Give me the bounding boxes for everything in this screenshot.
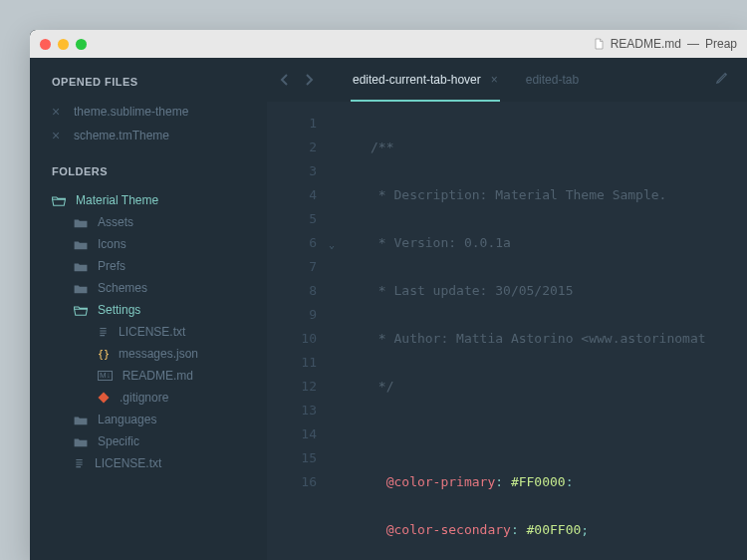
- line-number: 5: [267, 207, 317, 231]
- close-icon[interactable]: ×: [52, 105, 62, 119]
- line-number: 7: [267, 255, 317, 279]
- title-app: Preap: [705, 37, 737, 51]
- tree-label: LICENSE.txt: [95, 456, 161, 470]
- tree-label: Languages: [98, 413, 156, 426]
- tree-label: README.md: [123, 369, 193, 383]
- tab-inactive[interactable]: edited-tab: [512, 58, 593, 102]
- tree-label: messages.json: [119, 347, 198, 361]
- titlebar: README.md — Preap: [30, 30, 747, 58]
- tab-active[interactable]: edited-current-tab-hover ×: [339, 58, 512, 102]
- editor-window: README.md — Preap OPENED FILES × theme.s…: [30, 30, 747, 560]
- folders-header: FOLDERS: [30, 165, 267, 189]
- line-number: 16: [267, 470, 317, 494]
- edit-button[interactable]: [715, 71, 739, 89]
- tree-label: Schemes: [98, 281, 147, 295]
- folder-icon: [74, 415, 88, 425]
- tree-file[interactable]: {} messages.json: [30, 343, 267, 365]
- markdown-file-icon: M↓: [98, 371, 113, 381]
- text-file-icon: [98, 326, 109, 339]
- tree-folder[interactable]: Icons: [30, 233, 267, 255]
- json-file-icon: {}: [98, 349, 109, 360]
- tree-file[interactable]: .gitignore: [30, 387, 267, 409]
- window-title: README.md — Preap: [593, 30, 737, 58]
- zoom-window-button[interactable]: [76, 39, 87, 50]
- editor-topbar: edited-current-tab-hover × edited-tab: [267, 58, 747, 102]
- tree-label: Icons: [98, 237, 126, 251]
- line-number: ▸▸ 11: [267, 351, 317, 375]
- tab-label: edited-tab: [526, 73, 579, 87]
- line-number: 9: [267, 303, 317, 327]
- line-number: 8: [267, 279, 317, 303]
- tree-file[interactable]: M↓ README.md: [30, 365, 267, 387]
- tree-file[interactable]: LICENSE.txt: [30, 321, 267, 343]
- minimize-window-button[interactable]: [58, 39, 69, 50]
- tree-root[interactable]: Material Theme: [30, 189, 267, 211]
- nav-forward-button[interactable]: [299, 70, 319, 90]
- folder-open-icon: [52, 195, 66, 206]
- fold-chevron-icon[interactable]: ⌄: [329, 233, 335, 257]
- line-number: 4: [267, 183, 317, 207]
- tree-label: Assets: [98, 215, 133, 229]
- opened-file-label: scheme.tmTheme: [74, 129, 169, 142]
- title-separator: —: [687, 37, 699, 51]
- tree-label: Prefs: [98, 259, 125, 273]
- title-filename: README.md: [611, 37, 681, 51]
- folder-icon: [74, 239, 88, 250]
- code-area[interactable]: 1 2 3 4 5 6⌄ 7 8 9 10 ▸▸ 11 12 13: [267, 102, 747, 560]
- window-controls: [40, 39, 87, 50]
- opened-files-header: OPENED FILES: [30, 76, 267, 100]
- tree-label: Settings: [98, 303, 140, 317]
- tree-folder-open[interactable]: Settings: [30, 299, 267, 321]
- line-number: 6⌄: [267, 231, 317, 255]
- line-number: 14: [267, 422, 317, 446]
- close-window-button[interactable]: [40, 39, 51, 50]
- tree-root-label: Material Theme: [76, 193, 158, 207]
- close-icon[interactable]: ×: [491, 73, 498, 87]
- folder-icon: [74, 436, 88, 447]
- folder-icon: [74, 283, 88, 294]
- tree-label: .gitignore: [120, 391, 168, 405]
- opened-file-item[interactable]: × theme.sublime-theme: [30, 100, 267, 124]
- line-number: 2: [267, 136, 317, 159]
- gutter: 1 2 3 4 5 6⌄ 7 8 9 10 ▸▸ 11 12 13: [267, 112, 331, 560]
- opened-file-label: theme.sublime-theme: [74, 105, 188, 119]
- tree-folder[interactable]: Specific: [30, 430, 267, 452]
- folder-icon: [74, 261, 88, 272]
- tree-folder[interactable]: Languages: [30, 409, 267, 430]
- code-content[interactable]: /** * Description: Material Theme Sample…: [331, 112, 747, 560]
- tabs: edited-current-tab-hover × edited-tab: [339, 58, 593, 102]
- tree-folder[interactable]: Assets: [30, 211, 267, 233]
- document-icon: [593, 38, 605, 50]
- folder-open-icon: [74, 305, 88, 316]
- line-number: 13: [267, 399, 317, 422]
- sidebar: OPENED FILES × theme.sublime-theme × sch…: [30, 58, 267, 560]
- tree-label: Specific: [98, 434, 139, 448]
- opened-file-item[interactable]: × scheme.tmTheme: [30, 124, 267, 147]
- line-number: 12: [267, 375, 317, 399]
- tree-folder[interactable]: Prefs: [30, 255, 267, 277]
- line-number: 15: [267, 446, 317, 470]
- nav-back-button[interactable]: [275, 70, 295, 90]
- line-number: 10: [267, 327, 317, 351]
- close-icon[interactable]: ×: [52, 129, 62, 142]
- tree-label: LICENSE.txt: [119, 325, 185, 339]
- editor-pane: edited-current-tab-hover × edited-tab 1 …: [267, 58, 747, 560]
- git-file-icon: [98, 392, 110, 404]
- tree-file[interactable]: LICENSE.txt: [30, 452, 267, 474]
- tree-folder[interactable]: Schemes: [30, 277, 267, 299]
- folder-icon: [74, 217, 88, 228]
- text-file-icon: [74, 457, 85, 470]
- tab-label: edited-current-tab-hover: [353, 73, 481, 87]
- line-number: 3: [267, 159, 317, 183]
- line-number: 1: [267, 112, 317, 136]
